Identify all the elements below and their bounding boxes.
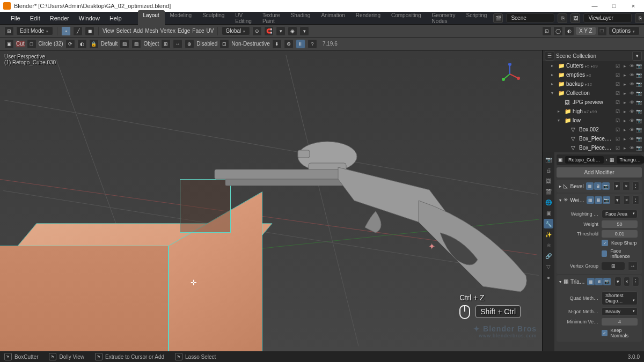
prop-value[interactable]: 4 bbox=[602, 318, 638, 326]
bc-help-icon[interactable]: ? bbox=[308, 39, 317, 49]
scene-browse-icon[interactable]: 🎬 bbox=[493, 13, 503, 23]
toggle-checkbox-icon[interactable]: ☑ bbox=[614, 72, 621, 78]
toggle-eye-icon[interactable]: 👁 bbox=[628, 145, 635, 151]
object-dropdown[interactable]: Object bbox=[143, 41, 159, 47]
vgroup-invert-icon[interactable]: ↔ bbox=[628, 261, 638, 271]
propedit-icon[interactable]: ◉ bbox=[288, 26, 297, 36]
modifier-name[interactable]: Wei… bbox=[570, 197, 584, 203]
bc-b-icon[interactable]: ◐ bbox=[77, 39, 87, 49]
outliner-item[interactable]: ▸📁empties ▸3☑▸👁📷 bbox=[543, 70, 644, 79]
disclosure-icon[interactable]: ▸ bbox=[559, 184, 561, 189]
workspace-tab-texture-paint[interactable]: Texture Paint bbox=[257, 10, 286, 26]
ptab-render-icon[interactable]: 📷 bbox=[544, 154, 553, 164]
view-menu[interactable]: View bbox=[103, 28, 114, 34]
viewlayer-new-icon[interactable]: ⎘ bbox=[635, 13, 644, 23]
toggle-render-icon[interactable]: 📷 bbox=[635, 100, 642, 105]
pivot-icon[interactable]: ⊙ bbox=[252, 26, 262, 36]
bc-g-icon[interactable]: ⊕ bbox=[185, 39, 194, 49]
workspace-tab-modeling[interactable]: Modeling bbox=[165, 10, 197, 26]
bc-icon[interactable]: ▣ bbox=[4, 39, 14, 49]
toggle-select-icon[interactable]: ▸ bbox=[621, 145, 628, 151]
properties-tabstrip[interactable]: 📷 🖨 🖼 🎬 🌐 ▣ 🔧 ✨ ⚛ 🔗 ▽ ● bbox=[543, 152, 554, 351]
toggle-eye-icon[interactable]: 👁 bbox=[628, 82, 635, 87]
workspace-tab-geometry-nodes[interactable]: Geometry Nodes bbox=[427, 10, 461, 26]
default-dropdown[interactable]: Default bbox=[101, 41, 118, 47]
toggle-checkbox-icon[interactable]: ☑ bbox=[614, 118, 621, 123]
ptab-material-icon[interactable]: ● bbox=[544, 272, 553, 282]
workspace-tab-animation[interactable]: Animation bbox=[316, 10, 350, 26]
checkbox-icon[interactable]: ✓ bbox=[602, 330, 608, 336]
ptab-output-icon[interactable]: 🖨 bbox=[544, 165, 553, 175]
toggle-eye-icon[interactable]: 👁 bbox=[628, 91, 635, 96]
xyz-toggle[interactable]: X Y Z bbox=[576, 27, 596, 35]
bc-f-icon[interactable]: ↔ bbox=[173, 39, 182, 49]
outliner-item[interactable]: ▽Box.002☑▸👁📷 bbox=[543, 125, 644, 134]
shape-box-icon[interactable]: □ bbox=[27, 39, 36, 49]
disclosure-icon[interactable]: ▾ bbox=[559, 198, 561, 203]
menu-edit[interactable]: Edit bbox=[26, 13, 45, 23]
menu-window[interactable]: Window bbox=[75, 13, 104, 23]
uv-menu[interactable]: UV bbox=[207, 28, 214, 34]
disclosure-icon[interactable]: ▸ bbox=[551, 82, 557, 86]
bc-h-icon[interactable]: ⊡ bbox=[219, 39, 229, 49]
disclosure-icon[interactable]: ▾ bbox=[551, 91, 557, 95]
mod-apply-icon[interactable]: ⋮ bbox=[632, 181, 639, 191]
shape-dropdown[interactable]: Circle (32) bbox=[39, 41, 63, 47]
disclosure-icon[interactable]: ▸ bbox=[551, 72, 557, 77]
toggle-checkbox-icon[interactable]: ☑ bbox=[614, 91, 621, 96]
toggle-eye-icon[interactable]: 👁 bbox=[628, 63, 635, 69]
ptab-particle-icon[interactable]: ✨ bbox=[544, 230, 553, 239]
toggle-checkbox-icon[interactable]: ☑ bbox=[614, 145, 621, 151]
snap-type-icon[interactable]: ▾ bbox=[276, 26, 286, 36]
menu-help[interactable]: Help bbox=[105, 13, 126, 23]
toggle-select-icon[interactable]: ▸ bbox=[621, 72, 628, 78]
toggle-select-icon[interactable]: ▸ bbox=[621, 136, 628, 142]
close-button[interactable]: × bbox=[626, 3, 641, 9]
workspace-tab-scripting[interactable]: Scripting bbox=[461, 10, 493, 26]
bc-e-icon[interactable]: ⊞ bbox=[161, 39, 171, 49]
ptab-physics-icon[interactable]: ⚛ bbox=[544, 240, 553, 250]
bc-gear-icon[interactable]: ⚙ bbox=[284, 39, 294, 49]
toggle-checkbox-icon[interactable]: ☑ bbox=[614, 127, 621, 132]
toggle-checkbox-icon[interactable]: ☑ bbox=[614, 63, 621, 69]
outliner-type-icon[interactable]: ☰ bbox=[545, 51, 554, 61]
workspace-tab-layout[interactable]: Layout bbox=[138, 10, 165, 26]
checkbox-icon[interactable]: ✓ bbox=[602, 240, 608, 246]
mod-display-edit-icon[interactable]: ▦ bbox=[587, 278, 595, 285]
workspace-tab-shading[interactable]: Shading bbox=[286, 10, 316, 26]
toggle-checkbox-icon[interactable]: ☑ bbox=[614, 109, 621, 114]
workspace-tab-compositing[interactable]: Compositing bbox=[386, 10, 427, 26]
toggle-render-icon[interactable]: 📷 bbox=[635, 118, 642, 123]
editor-type-icon[interactable]: ⊞ bbox=[4, 26, 14, 36]
outliner-item[interactable]: ▸📁Cutters ▸5 ▸99☑▸👁📷 bbox=[543, 61, 644, 70]
options-dropdown[interactable]: Options bbox=[609, 26, 640, 35]
outliner-item[interactable]: ▸📁backup ▸12☑▸👁📷 bbox=[543, 79, 644, 88]
mod-extras-icon[interactable]: ▾ bbox=[614, 195, 621, 205]
workspace-tab-rendering[interactable]: Rendering bbox=[350, 10, 386, 26]
viewport-3d[interactable]: User Perspective (1) Retopo_Cube.030 ✛ bbox=[0, 50, 542, 351]
snap-toggle-icon[interactable]: 🧲 bbox=[264, 26, 274, 36]
outliner-item[interactable]: ▽Box_Piece.002_Pl…☑▸👁📷 bbox=[543, 134, 644, 143]
viewlayer-name-field[interactable]: ViewLayer bbox=[583, 13, 632, 23]
gizmo-icon[interactable]: ◯ bbox=[553, 26, 563, 36]
outliner-item[interactable]: ▾📁low☑▸👁📷 bbox=[543, 116, 644, 125]
disclosure-icon[interactable]: ▸ bbox=[558, 109, 563, 114]
prop-dropdown[interactable]: Shortest Diago… bbox=[602, 291, 638, 305]
mesh-visibility-icon[interactable]: ⊡ bbox=[542, 26, 552, 36]
edge-select-icon[interactable]: ╱ bbox=[73, 26, 83, 36]
shading-wire-icon[interactable]: ⬚ bbox=[597, 26, 607, 36]
toggle-select-icon[interactable]: ▸ bbox=[621, 127, 628, 132]
toggle-checkbox-icon[interactable]: ☑ bbox=[614, 100, 621, 105]
prop-dropdown[interactable]: Face Area bbox=[602, 210, 638, 218]
bc-lock-icon[interactable]: 🔒 bbox=[89, 39, 99, 49]
toggle-checkbox-icon[interactable]: ☑ bbox=[614, 136, 621, 142]
cutter-shape[interactable] bbox=[180, 179, 231, 233]
outliner-root[interactable]: Scene Collection bbox=[556, 53, 631, 59]
maximize-button[interactable]: □ bbox=[606, 3, 621, 9]
bc-pause-icon[interactable]: ⏸ bbox=[296, 39, 305, 49]
workspace-tab-sculpting[interactable]: Sculpting bbox=[197, 10, 230, 26]
mod-close-icon[interactable]: × bbox=[623, 181, 630, 191]
mod-display-edit-icon[interactable]: ▦ bbox=[587, 196, 594, 204]
toggle-select-icon[interactable]: ▸ bbox=[621, 100, 628, 105]
scene-name-field[interactable]: Scene bbox=[506, 13, 554, 23]
